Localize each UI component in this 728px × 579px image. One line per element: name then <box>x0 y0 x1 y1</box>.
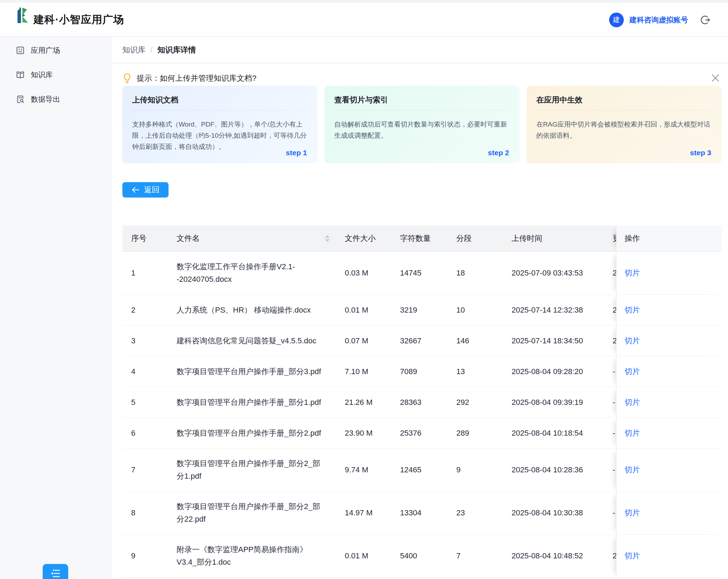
cell-upload-time: 2025-07-14 18:34:50 <box>504 336 605 345</box>
back-button[interactable]: 返回 <box>122 182 169 198</box>
slice-link[interactable]: 切片 <box>624 366 640 377</box>
slice-link[interactable]: 切片 <box>624 465 640 475</box>
card-divider <box>536 110 712 110</box>
cell-file-name: 建科咨询信息化常见问题答疑_v4.5.5.doc <box>177 335 337 347</box>
cell-char-count: 25376 <box>393 429 449 438</box>
cell-action: 切片 <box>616 492 722 534</box>
table-row: 1数字化监理工作平台操作手册V2.1- -20240705.docx0.03 M… <box>122 252 722 295</box>
cell-upload-time: 2025-08-04 10:28:36 <box>504 465 605 474</box>
tip-row: 提示：如何上传并管理知识库文档? <box>122 73 256 84</box>
cell-upload-time: 2025-08-04 09:28:20 <box>504 367 605 376</box>
menu-fold-icon <box>50 567 62 579</box>
cell-char-count: 28363 <box>393 398 449 407</box>
menu-fold-button[interactable] <box>43 564 68 579</box>
slice-link[interactable]: 切片 <box>624 397 640 408</box>
cell-char-count: 32667 <box>393 336 449 345</box>
cell-char-count: 12465 <box>393 465 449 474</box>
cell-no: 3 <box>122 336 177 345</box>
cell-file-size: 14.97 M <box>337 508 393 517</box>
col-header-size: 文件大小 <box>337 233 393 244</box>
sidebar: 应用广场 知识库 数据导出 <box>0 37 111 579</box>
cell-char-count: 7089 <box>393 367 449 376</box>
card-title: 查看切片与索引 <box>334 95 510 105</box>
app-title: 建科·小智应用广场 <box>34 3 124 37</box>
account-name[interactable]: 建科咨询虚拟账号 <box>629 15 688 25</box>
cell-truncated: 2 <box>605 551 616 560</box>
cell-upload-time: 2025-07-09 03:43:53 <box>504 269 605 278</box>
table-row: 7数字项目管理平台用户操作手册_部分2_部 分1.pdf9.74 M124659… <box>122 449 722 492</box>
cell-segments: 23 <box>449 508 504 517</box>
app-logo <box>16 6 29 26</box>
main-content: 知识库 / 知识库详情 提示：如何上传并管理知识库文档? 上传知识文档 支持多种… <box>111 37 728 579</box>
cell-char-count: 13304 <box>393 508 449 517</box>
card-title: 在应用中生效 <box>536 95 712 105</box>
step-label: step 1 <box>286 149 307 157</box>
data-export-icon <box>16 95 25 104</box>
card-body: 支持多种格式（Word、PDF、图片等），单个/总大小有上 限，上传后自动处理（… <box>132 119 308 152</box>
cell-no: 1 <box>122 269 177 278</box>
slice-link[interactable]: 切片 <box>624 268 640 278</box>
breadcrumb-separator: / <box>150 45 152 55</box>
cell-no: 7 <box>122 465 177 474</box>
table-row: 3建科咨询信息化常见问题答疑_v4.5.5.doc0.07 M326671462… <box>122 326 722 356</box>
cell-action: 切片 <box>616 535 722 577</box>
cell-no: 8 <box>122 508 177 517</box>
cell-action: 切片 <box>616 326 722 356</box>
cell-segments: 146 <box>449 336 504 345</box>
cell-file-name: 数字项目管理平台用户操作手册_部分3.pdf <box>177 365 337 378</box>
col-header-action: 操作 <box>616 226 722 251</box>
col-header-truncated: 更 <box>605 233 616 244</box>
avatar[interactable]: 建 <box>609 13 624 27</box>
top-strip <box>0 0 728 3</box>
card-title: 上传知识文档 <box>132 95 308 105</box>
tip-text: 提示：如何上传并管理知识库文档? <box>137 73 256 84</box>
sidebar-item-data-export[interactable]: 数据导出 <box>0 90 111 109</box>
cell-file-size: 0.07 M <box>337 336 393 345</box>
breadcrumb-knowledge-base[interactable]: 知识库 <box>122 45 145 55</box>
table-header-row: 序号 文件名 文件大小 字符数量 分段 上传时间 更 操作 <box>122 226 722 252</box>
cell-file-size: 0.01 M <box>337 551 393 560</box>
cell-char-count: 5400 <box>393 551 449 560</box>
table-row: 4数字项目管理平台用户操作手册_部分3.pdf7.10 M7089132025-… <box>122 356 722 387</box>
col-header-no: 序号 <box>122 233 177 244</box>
cell-no: 4 <box>122 367 177 376</box>
col-header-upload-time: 上传时间 <box>504 233 605 244</box>
slice-link[interactable]: 切片 <box>624 551 640 561</box>
cell-file-name: 数字项目管理平台用户操作手册_部分1.pdf <box>177 396 337 409</box>
sidebar-item-app-plaza[interactable]: 应用广场 <box>0 41 111 60</box>
cell-upload-time: 2025-08-04 10:18:54 <box>504 429 605 438</box>
book-icon <box>16 70 25 79</box>
col-header-segments: 分段 <box>449 233 504 244</box>
cell-upload-time: 2025-08-04 09:39:19 <box>504 398 605 407</box>
cell-truncated: - <box>605 429 616 438</box>
cell-file-name: 数字项目管理平台用户操作手册_部分2_部 分1.pdf <box>177 457 337 482</box>
cell-action: 切片 <box>616 418 722 448</box>
slice-link[interactable]: 切片 <box>624 336 640 346</box>
cell-no: 9 <box>122 551 177 560</box>
arrow-left-icon <box>131 186 140 193</box>
cell-action: 切片 <box>616 252 722 294</box>
cell-file-size: 0.03 M <box>337 269 393 278</box>
cell-file-size: 7.10 M <box>337 367 393 376</box>
cell-file-name: 数字化监理工作平台操作手册V2.1- -20240705.docx <box>177 260 337 286</box>
lightbulb-icon <box>122 73 132 84</box>
breadcrumb-current: 知识库详情 <box>157 45 196 55</box>
cell-segments: 9 <box>449 465 504 474</box>
slice-link[interactable]: 切片 <box>624 508 640 518</box>
cell-action: 切片 <box>616 449 722 491</box>
app-header: 建科·小智应用广场 建 建科咨询虚拟账号 <box>0 3 728 37</box>
cell-segments: 7 <box>449 551 504 560</box>
logout-icon[interactable] <box>700 15 711 25</box>
cell-truncated: 2 <box>605 269 616 278</box>
col-header-name[interactable]: 文件名 <box>177 233 337 244</box>
cell-file-size: 23.90 M <box>337 429 393 438</box>
sort-icon[interactable] <box>325 235 330 242</box>
slice-link[interactable]: 切片 <box>624 305 640 315</box>
sidebar-item-knowledge-base[interactable]: 知识库 <box>0 65 111 85</box>
slice-link[interactable]: 切片 <box>624 428 640 438</box>
close-icon[interactable] <box>709 72 722 84</box>
cell-action: 切片 <box>616 387 722 417</box>
cell-no: 5 <box>122 398 177 407</box>
cell-segments: 289 <box>449 429 504 438</box>
card-divider <box>334 110 510 110</box>
